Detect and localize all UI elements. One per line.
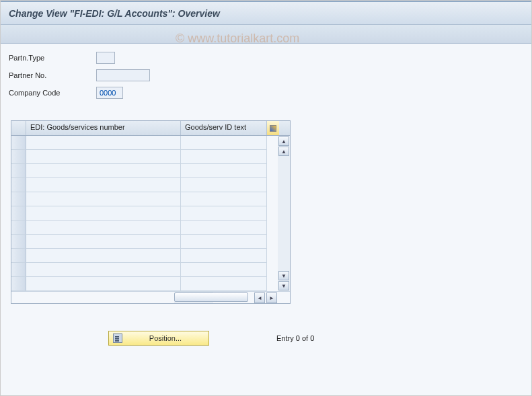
hscroll-thumb[interactable] (174, 292, 248, 302)
partn-type-field[interactable] (96, 52, 115, 64)
company-code-field[interactable]: 0000 (96, 87, 123, 99)
company-code-label: Company Code (9, 89, 96, 97)
cell-goods-number[interactable] (26, 263, 181, 277)
scroll-right-icon[interactable]: ► (266, 292, 277, 303)
table-row (11, 192, 290, 206)
table-row (11, 235, 290, 249)
cell-goods-text[interactable] (181, 192, 267, 206)
position-button[interactable]: Position... (108, 331, 209, 346)
row-selector[interactable] (11, 192, 26, 206)
row-selector[interactable] (11, 263, 26, 277)
entry-counter: Entry 0 of 0 (276, 334, 314, 342)
table-row (11, 263, 290, 277)
column-header-goods-text[interactable]: Goods/serv ID text (181, 121, 267, 135)
row-selector[interactable] (11, 164, 26, 178)
cell-goods-number[interactable] (26, 178, 181, 192)
table-row (11, 136, 290, 150)
table-row (11, 206, 290, 221)
scroll-up-icon[interactable]: ▲ (278, 136, 289, 146)
row-selector[interactable] (11, 249, 26, 263)
table-body: ▲ ▲ ▼ ▼ (11, 136, 290, 291)
scroll-up2-icon[interactable]: ▲ (278, 147, 289, 156)
cell-goods-number[interactable] (26, 136, 181, 150)
table-row (11, 150, 290, 164)
cell-goods-number[interactable] (26, 249, 181, 263)
row-selector[interactable] (11, 221, 26, 235)
horizontal-scrollbar[interactable]: ◄ ► (11, 291, 290, 303)
cell-goods-text[interactable] (181, 150, 267, 164)
row-selector[interactable] (11, 178, 26, 192)
column-header-goods-number[interactable]: EDI: Goods/services number (26, 121, 181, 135)
cell-goods-text[interactable] (181, 277, 267, 291)
cell-goods-number[interactable] (26, 221, 181, 235)
row-selector[interactable] (11, 136, 26, 150)
table-settings-button[interactable] (267, 121, 279, 135)
cell-goods-number[interactable] (26, 206, 181, 221)
cell-goods-text[interactable] (181, 136, 267, 150)
cell-goods-number[interactable] (26, 192, 181, 206)
form-area: Partn.Type Partner No. Company Code 0000 (1, 44, 531, 107)
partner-no-label: Partner No. (9, 71, 96, 79)
position-label: Position... (126, 334, 204, 342)
select-all-handle[interactable] (11, 121, 26, 135)
scroll-down2-icon[interactable]: ▼ (278, 271, 289, 280)
footer: Position... Entry 0 of 0 (1, 331, 531, 346)
row-selector[interactable] (11, 235, 26, 249)
row-selector[interactable] (11, 277, 26, 291)
cell-goods-text[interactable] (181, 221, 267, 235)
table-row (11, 178, 290, 192)
partn-type-label: Partn.Type (9, 54, 96, 62)
cell-goods-text[interactable] (181, 206, 267, 221)
cell-goods-number[interactable] (26, 277, 181, 291)
table-row (11, 249, 290, 263)
cell-goods-number[interactable] (26, 164, 181, 178)
row-selector[interactable] (11, 150, 26, 164)
table-row (11, 277, 290, 291)
partner-no-field[interactable] (96, 69, 150, 81)
settings-icon (270, 125, 276, 132)
cell-goods-number[interactable] (26, 150, 181, 164)
table-row (11, 164, 290, 178)
cell-goods-text[interactable] (181, 249, 267, 263)
scroll-left-icon[interactable]: ◄ (254, 292, 265, 303)
application-toolbar (1, 25, 531, 44)
row-selector[interactable] (11, 206, 26, 221)
table-row (11, 221, 290, 235)
cell-goods-number[interactable] (26, 235, 181, 249)
data-table: EDI: Goods/services number Goods/serv ID… (11, 120, 291, 304)
cell-goods-text[interactable] (181, 164, 267, 178)
cell-goods-text[interactable] (181, 178, 267, 192)
cell-goods-text[interactable] (181, 263, 267, 277)
page-title: Change View "FI-EDI: G/L Accounts": Over… (9, 8, 220, 19)
page-header: Change View "FI-EDI: G/L Accounts": Over… (1, 1, 531, 25)
vertical-scrollbar[interactable]: ▲ ▲ ▼ ▼ (278, 136, 290, 291)
scroll-down-icon[interactable]: ▼ (278, 281, 289, 290)
position-icon (113, 333, 122, 343)
cell-goods-text[interactable] (181, 235, 267, 249)
